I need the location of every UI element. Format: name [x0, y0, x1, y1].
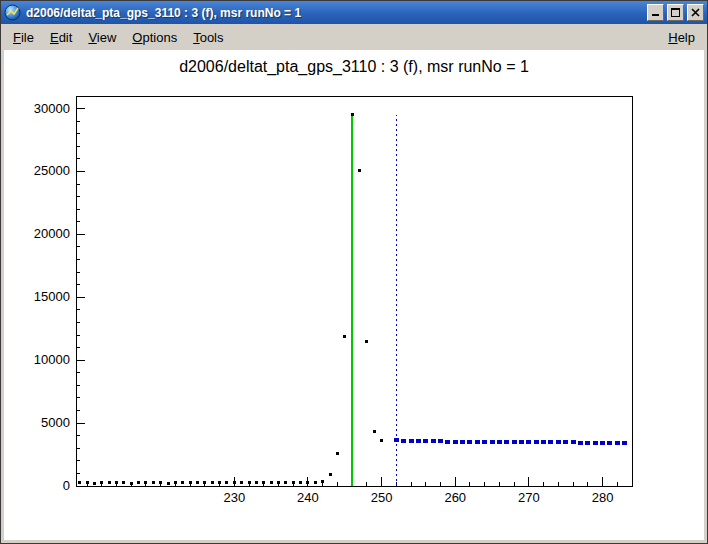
data-point-post-first-good-bin — [541, 440, 546, 444]
data-point-histogram-counts — [225, 481, 228, 484]
data-point-post-first-good-bin — [578, 441, 583, 445]
data-point-post-first-good-bin — [534, 440, 539, 444]
data-point-post-first-good-bin — [409, 439, 414, 443]
x-tick-label: 230 — [223, 490, 245, 505]
data-point-post-first-good-bin — [416, 439, 421, 443]
data-point-post-first-good-bin — [453, 440, 458, 444]
data-point-post-first-good-bin — [607, 441, 612, 445]
data-point-histogram-counts — [284, 481, 287, 484]
data-point-histogram-counts — [144, 481, 147, 484]
window-title: d2006/deltat_pta_gps_3110 : 3 (f), msr r… — [24, 6, 644, 20]
data-point-histogram-counts — [167, 482, 170, 485]
minimize-icon — [651, 8, 660, 17]
data-point-post-first-good-bin — [571, 440, 576, 444]
menu-item-mnemonic: E — [50, 30, 59, 45]
data-point-histogram-counts — [306, 481, 309, 484]
data-point-histogram-counts — [277, 481, 280, 484]
data-point-histogram-counts — [122, 481, 125, 484]
data-point-histogram-counts — [108, 481, 111, 484]
data-point-post-first-good-bin — [438, 439, 443, 443]
menu-item-tools[interactable]: Tools — [185, 26, 231, 49]
data-point-post-first-good-bin — [512, 440, 517, 444]
data-point-histogram-counts — [159, 481, 162, 484]
data-point-post-first-good-bin — [431, 439, 436, 443]
y-tick-label: 20000 — [34, 226, 70, 241]
data-point-post-first-good-bin — [490, 440, 495, 444]
data-point-post-first-good-bin — [593, 441, 598, 445]
data-point-histogram-counts — [93, 482, 96, 485]
data-point-post-first-good-bin — [475, 440, 480, 444]
menu-item-edit[interactable]: Edit — [42, 26, 80, 49]
data-point-post-first-good-bin — [394, 438, 399, 442]
maximize-icon — [671, 8, 680, 17]
menu-item-view[interactable]: View — [80, 26, 124, 49]
close-button[interactable] — [687, 4, 704, 21]
data-point-histogram-counts — [336, 452, 339, 455]
data-point-post-first-good-bin — [401, 439, 406, 443]
data-point-post-first-good-bin — [556, 440, 561, 444]
y-tick-label: 5000 — [41, 415, 70, 430]
data-point-histogram-counts — [211, 481, 214, 484]
data-point-post-first-good-bin — [504, 440, 509, 444]
menubar: FileEditViewOptionsTools Help — [1, 24, 707, 50]
menu-right-group: Help — [660, 26, 703, 49]
data-point-histogram-counts — [86, 481, 89, 484]
data-point-post-first-good-bin — [585, 441, 590, 445]
window-icon — [4, 4, 21, 21]
data-point-post-first-good-bin — [460, 440, 465, 444]
data-point-histogram-counts — [152, 481, 155, 484]
data-point-histogram-counts — [115, 481, 118, 484]
x-tick-label: 270 — [518, 490, 540, 505]
data-point-histogram-counts — [365, 340, 368, 343]
menu-left-group: FileEditViewOptionsTools — [5, 26, 232, 49]
titlebar[interactable]: d2006/deltat_pta_gps_3110 : 3 (f), msr r… — [1, 1, 707, 24]
data-point-post-first-good-bin — [423, 439, 428, 443]
menu-item-mnemonic: O — [132, 30, 142, 45]
maximize-button[interactable] — [667, 4, 684, 21]
data-point-post-first-good-bin — [600, 441, 605, 445]
data-point-post-first-good-bin — [615, 441, 620, 445]
menu-item-options[interactable]: Options — [124, 26, 185, 49]
plot-area[interactable]: 2302402502602702800500010000150002000025… — [4, 50, 704, 540]
x-tick-label: 250 — [371, 490, 393, 505]
plot-frame — [76, 96, 632, 486]
data-point-histogram-counts — [351, 113, 354, 116]
minimize-button[interactable] — [647, 4, 664, 21]
root-canvas[interactable]: d2006/deltat_pta_gps_3110 : 3 (f), msr r… — [4, 50, 704, 540]
data-point-post-first-good-bin — [526, 440, 531, 444]
data-point-histogram-counts — [262, 481, 265, 484]
y-tick-label: 0 — [63, 478, 70, 493]
x-tick-label: 280 — [592, 490, 614, 505]
y-tick-label: 25000 — [34, 163, 70, 178]
data-point-post-first-good-bin — [482, 440, 487, 444]
data-point-histogram-counts — [174, 481, 177, 484]
data-point-histogram-counts — [329, 473, 332, 476]
data-point-histogram-counts — [218, 481, 221, 484]
data-point-histogram-counts — [292, 481, 295, 484]
data-point-post-first-good-bin — [497, 440, 502, 444]
x-tick-label: 240 — [297, 490, 319, 505]
data-point-histogram-counts — [270, 481, 273, 484]
data-point-histogram-counts — [137, 481, 140, 484]
data-point-post-first-good-bin — [563, 440, 568, 444]
data-point-post-first-good-bin — [467, 440, 472, 444]
data-point-histogram-counts — [233, 481, 236, 484]
data-point-histogram-counts — [196, 481, 199, 484]
data-point-histogram-counts — [248, 481, 251, 484]
menu-item-mnemonic: F — [13, 30, 21, 45]
data-point-histogram-counts — [240, 481, 243, 484]
data-point-histogram-counts — [203, 481, 206, 484]
menu-item-file[interactable]: File — [5, 26, 42, 49]
y-tick-label: 10000 — [34, 352, 70, 367]
data-point-histogram-counts — [314, 481, 317, 484]
data-point-histogram-counts — [78, 481, 81, 484]
x-tick-label: 260 — [444, 490, 466, 505]
data-point-histogram-counts — [358, 169, 361, 172]
y-tick-label: 30000 — [34, 101, 70, 116]
window: d2006/deltat_pta_gps_3110 : 3 (f), msr r… — [0, 0, 708, 544]
menu-item-help[interactable]: Help — [660, 26, 703, 49]
data-point-post-first-good-bin — [519, 440, 524, 444]
data-point-post-first-good-bin — [548, 440, 553, 444]
data-point-histogram-counts — [321, 480, 324, 483]
menu-item-mnemonic: V — [88, 30, 96, 45]
